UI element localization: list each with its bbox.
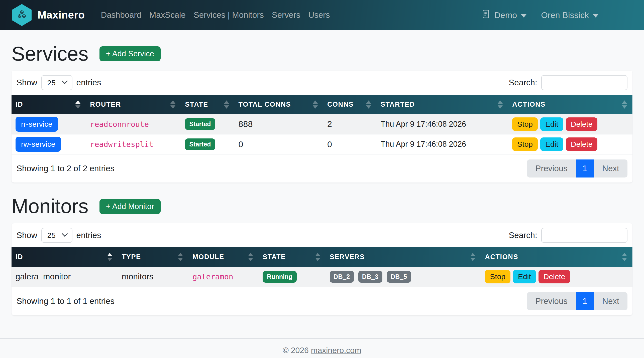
edit-button[interactable]: Edit — [540, 137, 563, 151]
stop-button[interactable]: Stop — [512, 137, 538, 151]
started-value: Thu Apr 9 17:46:08 2026 — [377, 134, 508, 154]
status-badge: Started — [185, 138, 215, 150]
module-value: galeramon — [192, 272, 233, 281]
entries-summary: Showing 1 to 1 of 1 entries — [17, 296, 115, 306]
sort-arrows-icon — [313, 100, 318, 109]
boxes-hexagon-logo-icon — [12, 4, 32, 26]
conns-value: 0 — [323, 134, 377, 154]
caret-down-icon — [593, 14, 598, 18]
navbar: Maxinero Dashboard MaxScale Services | M… — [0, 0, 644, 30]
nav-item-services-monitors[interactable]: Services | Monitors — [190, 8, 268, 22]
journal-icon — [482, 9, 490, 21]
add-monitor-button[interactable]: + Add Monitor — [99, 199, 161, 214]
stop-button[interactable]: Stop — [485, 270, 510, 283]
col-header-total-conns[interactable]: TOTAL CONNS — [235, 95, 323, 114]
services-table: ID ROUTER STATE TOTAL CONNS CONNS STARTE… — [12, 95, 632, 154]
monitors-page-size-select[interactable]: 25 — [41, 228, 72, 243]
brand-link[interactable]: Maxinero — [12, 4, 85, 26]
delete-button[interactable]: Delete — [566, 117, 598, 131]
monitor-id-value: galera_monitor — [12, 267, 118, 287]
show-label: Show — [17, 231, 37, 240]
page-1-button[interactable]: 1 — [576, 292, 594, 310]
sort-arrows-icon — [107, 253, 112, 261]
previous-page-button[interactable]: Previous — [527, 159, 576, 177]
col-header-actions[interactable]: ACTIONS — [508, 95, 632, 114]
entries-summary: Showing 1 to 2 of 2 entries — [17, 164, 115, 173]
nav-links: Dashboard MaxScale Services | Monitors S… — [97, 8, 334, 22]
delete-button[interactable]: Delete — [539, 270, 570, 283]
next-page-button[interactable]: Next — [594, 292, 627, 310]
router-value: readconnroute — [90, 120, 149, 129]
services-search-input[interactable] — [541, 75, 627, 90]
status-badge: Running — [263, 271, 296, 283]
table-row: galera_monitor monitors galeramon Runnin… — [12, 267, 632, 287]
sort-arrows-icon — [178, 253, 183, 261]
next-page-button[interactable]: Next — [594, 159, 627, 177]
monitors-title: Monitors — [12, 196, 88, 217]
page-1-button[interactable]: 1 — [576, 159, 594, 177]
sort-arrows-icon — [315, 253, 320, 261]
instance-dropdown[interactable]: Demo — [478, 6, 530, 24]
nav-item-dashboard[interactable]: Dashboard — [97, 8, 145, 22]
services-title: Services — [12, 43, 88, 65]
col-header-started[interactable]: STARTED — [377, 95, 508, 114]
col-header-conns[interactable]: CONNS — [323, 95, 377, 114]
sort-arrows-icon — [75, 100, 80, 109]
edit-button[interactable]: Edit — [540, 117, 563, 131]
sort-arrows-icon — [622, 253, 627, 261]
services-card: Show 25 entries Search: — [12, 71, 632, 183]
add-service-button[interactable]: + Add Service — [99, 46, 161, 61]
user-label: Oren Bissick — [541, 10, 589, 20]
services-page-size-select[interactable]: 25 — [41, 75, 72, 90]
services-section: Services + Add Service Show 25 entries S… — [12, 43, 632, 183]
nav-item-maxscale[interactable]: MaxScale — [145, 8, 190, 22]
sort-arrows-icon — [224, 100, 229, 109]
nav-item-servers[interactable]: Servers — [268, 8, 304, 22]
instance-label: Demo — [494, 10, 517, 20]
copyright-text: © 2026 — [283, 346, 309, 355]
col-header-state[interactable]: STATE — [259, 247, 326, 267]
monitors-card: Show 25 entries Search: — [12, 223, 632, 315]
sort-arrows-icon — [498, 100, 503, 109]
edit-button[interactable]: Edit — [513, 270, 536, 283]
caret-down-icon — [521, 14, 526, 18]
col-header-id[interactable]: ID — [12, 95, 86, 114]
search-label: Search: — [509, 231, 537, 240]
started-value: Thu Apr 9 17:46:08 2026 — [377, 114, 508, 134]
nav-item-users[interactable]: Users — [304, 8, 334, 22]
user-dropdown[interactable]: Oren Bissick — [537, 8, 602, 23]
col-header-router[interactable]: ROUTER — [86, 95, 181, 114]
monitors-table: ID TYPE MODULE STATE SERVERS ACTIONS gal… — [12, 247, 632, 287]
status-badge: Started — [185, 118, 215, 130]
brand-text: Maxinero — [38, 9, 85, 21]
monitor-type-value: monitors — [118, 267, 188, 287]
search-label: Search: — [509, 78, 537, 87]
monitors-search-input[interactable] — [541, 228, 627, 243]
sort-arrows-icon — [622, 100, 627, 109]
service-id-button[interactable]: rr-service — [16, 117, 58, 132]
table-row: rw-service readwritesplit Started 0 0 Th… — [12, 134, 632, 154]
server-badge: DB_3 — [358, 271, 382, 283]
monitors-section: Monitors + Add Monitor Show 25 entries S… — [12, 196, 632, 315]
table-row: rr-service readconnroute Started 888 2 T… — [12, 114, 632, 134]
sort-arrows-icon — [248, 253, 253, 261]
col-header-servers[interactable]: SERVERS — [326, 247, 481, 267]
stop-button[interactable]: Stop — [512, 117, 538, 131]
col-header-actions[interactable]: ACTIONS — [481, 247, 632, 267]
total-conns-value: 888 — [235, 114, 323, 134]
entries-label: entries — [76, 231, 101, 240]
server-badge: DB_5 — [387, 271, 411, 283]
sort-arrows-icon — [170, 100, 175, 109]
sort-arrows-icon — [470, 253, 475, 261]
delete-button[interactable]: Delete — [566, 137, 598, 151]
col-header-module[interactable]: MODULE — [188, 247, 259, 267]
server-badge: DB_2 — [330, 271, 354, 283]
footer-link[interactable]: maxinero.com — [311, 346, 361, 355]
show-label: Show — [17, 78, 37, 87]
pagination: Previous 1 Next — [527, 292, 627, 310]
previous-page-button[interactable]: Previous — [527, 292, 576, 310]
col-header-id[interactable]: ID — [12, 247, 118, 267]
service-id-button[interactable]: rw-service — [16, 137, 61, 152]
col-header-state[interactable]: STATE — [181, 95, 234, 114]
col-header-type[interactable]: TYPE — [118, 247, 188, 267]
